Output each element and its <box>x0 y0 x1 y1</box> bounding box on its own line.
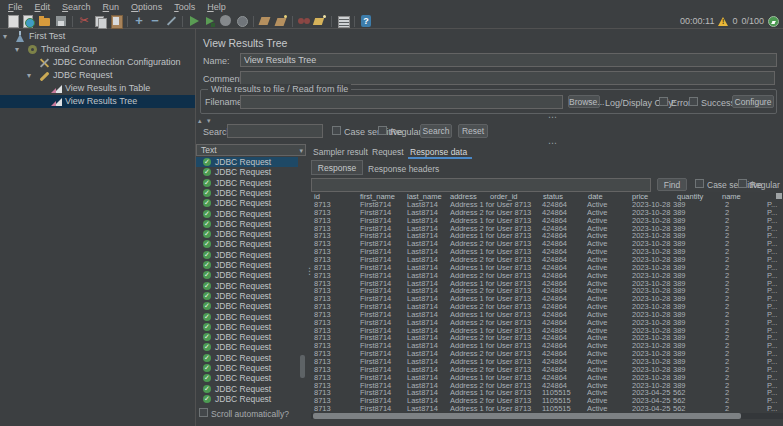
success-shield-icon <box>203 323 211 331</box>
result-item[interactable]: JDBC Request <box>196 322 298 332</box>
copy-icon[interactable] <box>93 14 107 28</box>
open-icon[interactable] <box>38 14 52 28</box>
search-input[interactable] <box>227 124 323 138</box>
tab-response-data[interactable]: Response data <box>410 147 467 157</box>
result-item[interactable]: JDBC Request <box>196 219 298 229</box>
result-item[interactable]: JDBC Request <box>196 167 298 177</box>
remove-icon[interactable] <box>148 14 162 28</box>
result-item-label: JDBC Request <box>215 384 271 394</box>
subtab-response-body[interactable]: Response Body <box>311 160 363 175</box>
splitter-drag-dots[interactable]: ⋯ <box>548 112 558 122</box>
tree-item-thread-group[interactable]: ▾Thread Group <box>0 43 195 56</box>
tree-item-jdbc-connection-configuration[interactable]: JDBC Connection Configuration <box>0 56 195 69</box>
result-item[interactable]: JDBC Request <box>196 363 298 373</box>
result-item[interactable]: JDBC Request <box>196 239 298 249</box>
start-no-pauses-icon[interactable] <box>203 14 217 28</box>
result-item[interactable]: JDBC Request <box>196 270 298 280</box>
menu-item-file[interactable]: File <box>3 1 28 13</box>
result-item[interactable]: JDBC Request <box>196 384 298 394</box>
name-input[interactable] <box>240 53 777 67</box>
success-shield-icon <box>203 158 211 166</box>
result-item[interactable]: JDBC Request <box>196 260 298 270</box>
result-item[interactable]: JDBC Request <box>196 394 298 404</box>
search-icon[interactable] <box>297 14 311 28</box>
templates-icon[interactable] <box>22 14 36 28</box>
splitter-collapse-up-icon[interactable]: ▴ <box>198 115 202 125</box>
warning-icon[interactable] <box>718 17 728 26</box>
subtab-response-headers[interactable]: Response headers <box>368 164 439 174</box>
search-button[interactable]: Search <box>420 124 452 138</box>
successes-checkbox[interactable] <box>689 97 698 106</box>
tree-item-first-test[interactable]: ▾First Test <box>0 30 195 43</box>
errors-checkbox[interactable] <box>659 97 668 106</box>
configure-button[interactable]: Configure <box>732 95 774 108</box>
help-icon[interactable] <box>359 14 373 28</box>
tab-sampler-result[interactable]: Sampler result <box>313 147 368 157</box>
regex-checkbox[interactable] <box>378 126 387 135</box>
function-helper-icon[interactable] <box>336 14 350 28</box>
expander-icon[interactable]: ▾ <box>15 43 19 56</box>
clear-icon[interactable] <box>258 14 272 28</box>
cut-icon[interactable] <box>77 14 91 28</box>
result-item[interactable]: JDBC Request <box>196 188 298 198</box>
expander-icon[interactable]: ▾ <box>3 30 7 43</box>
scroll-automatically-checkbox[interactable] <box>199 408 208 417</box>
table-h-scrollbar[interactable] <box>313 413 741 419</box>
menu-item-help[interactable]: Help <box>202 1 231 13</box>
find-input[interactable] <box>311 178 651 192</box>
find-regex-checkbox[interactable] <box>738 179 747 188</box>
start-icon[interactable] <box>187 14 201 28</box>
result-item[interactable]: JDBC Request <box>196 353 298 363</box>
result-item[interactable]: JDBC Request <box>196 250 298 260</box>
search-reset-icon[interactable] <box>313 14 327 28</box>
new-icon[interactable] <box>6 14 20 28</box>
result-item[interactable]: JDBC Request <box>196 342 298 352</box>
browse-button[interactable]: Browse... <box>568 95 600 108</box>
toggle-icon[interactable] <box>164 14 178 28</box>
menu-item-options[interactable]: Options <box>126 1 167 13</box>
menu-item-edit[interactable]: Edit <box>30 1 56 13</box>
results-list-scrollbar[interactable] <box>300 355 305 378</box>
menu-item-search[interactable]: Search <box>57 1 96 13</box>
filename-input[interactable] <box>240 95 563 109</box>
splitter2-drag-dots[interactable]: ⋯ <box>548 138 558 148</box>
shutdown-icon[interactable] <box>235 14 249 28</box>
comments-input[interactable] <box>240 71 775 85</box>
response-table: idfirst_namelast_nameaddressorder_idstat… <box>311 192 783 413</box>
stop-icon[interactable] <box>219 14 233 28</box>
table-cell-price: 562 <box>673 405 686 413</box>
reset-button[interactable]: Reset <box>458 124 488 138</box>
save-icon[interactable] <box>54 14 68 28</box>
clear-all-icon[interactable] <box>274 14 288 28</box>
tree-item-jdbc-request[interactable]: ▾JDBC Request <box>0 69 195 82</box>
case-sensitive-checkbox[interactable] <box>332 126 341 135</box>
tree-item-label: Thread Group <box>41 43 97 56</box>
result-item[interactable]: JDBC Request <box>196 291 298 301</box>
result-item[interactable]: JDBC Request <box>196 373 298 383</box>
result-item[interactable]: JDBC Request <box>196 229 298 239</box>
result-item[interactable]: JDBC Request <box>196 198 298 208</box>
find-case-sensitive-checkbox[interactable] <box>695 179 704 188</box>
result-item[interactable]: JDBC Request <box>196 157 298 167</box>
result-item[interactable]: JDBC Request <box>196 178 298 188</box>
tree-item-view-results-tree[interactable]: View Results Tree <box>0 95 195 108</box>
result-item[interactable]: JDBC Request <box>196 332 298 342</box>
menu-item-tools[interactable]: Tools <box>169 1 200 13</box>
menu-item-run[interactable]: Run <box>98 1 125 13</box>
tab-request[interactable]: Request <box>372 147 404 157</box>
paste-icon[interactable] <box>109 14 123 28</box>
expander-icon[interactable]: ▾ <box>27 69 31 82</box>
tree-item-view-results-in-table[interactable]: View Results in Table <box>0 82 195 95</box>
splitter-collapse-down-icon[interactable]: ▾ <box>207 115 211 125</box>
result-item[interactable]: JDBC Request <box>196 209 298 219</box>
result-item[interactable]: JDBC Request <box>196 301 298 311</box>
view-mode-select[interactable]: Text ▾ <box>196 144 306 156</box>
table-cell-id: 8713 <box>314 405 331 413</box>
result-item[interactable]: JDBC Request <box>196 281 298 291</box>
find-button[interactable]: Find <box>657 178 687 191</box>
table-v-scrollbar[interactable] <box>776 193 782 199</box>
table-cell-status: Active <box>587 405 607 413</box>
result-item[interactable]: JDBC Request <box>196 312 298 322</box>
add-icon[interactable] <box>132 14 146 28</box>
result-item-label: JDBC Request <box>215 363 271 373</box>
